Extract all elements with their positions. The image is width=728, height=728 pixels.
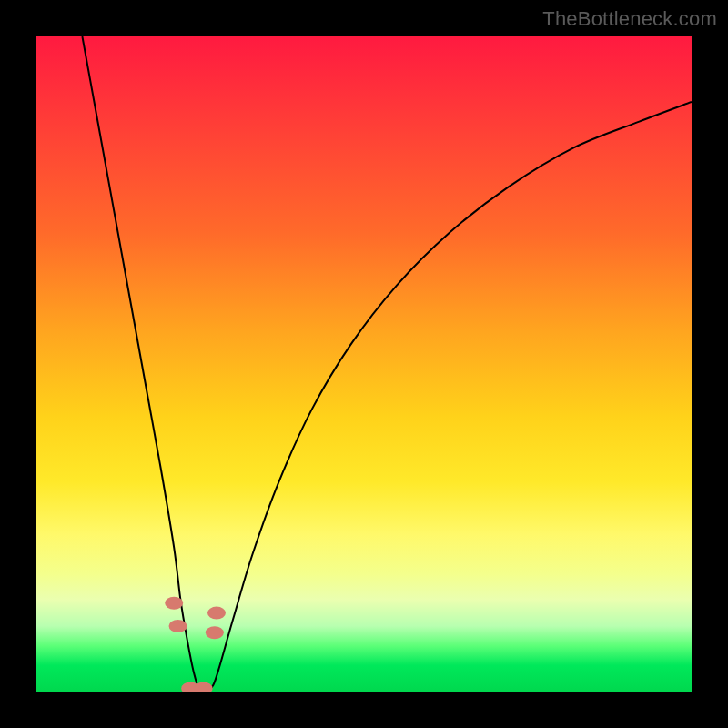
chart-frame: TheBottleneck.com [0, 0, 728, 728]
curve-marker [169, 620, 187, 632]
curve-marker [165, 597, 183, 610]
plot-area [36, 36, 692, 692]
curve-marker [206, 626, 224, 639]
bottleneck-curve-svg [36, 36, 692, 692]
bottleneck-curve-path [82, 36, 692, 692]
curve-marker [207, 607, 226, 620]
watermark-label: TheBottleneck.com [542, 7, 717, 31]
